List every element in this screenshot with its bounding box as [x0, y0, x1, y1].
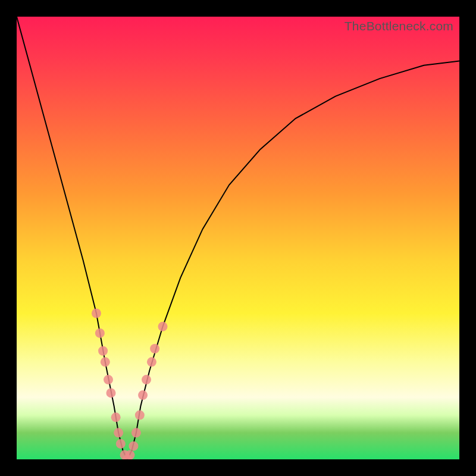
bottleneck-curve [17, 17, 459, 459]
marker-point [147, 357, 156, 367]
marker-point [92, 308, 101, 318]
marker-point [101, 357, 110, 367]
marker-point [129, 441, 138, 451]
marker-point [131, 428, 141, 437]
marker-point [142, 375, 151, 384]
marker-point [158, 322, 168, 331]
marker-point [111, 412, 121, 422]
marker-point [138, 390, 148, 400]
chart-svg [17, 17, 459, 459]
marker-point [150, 344, 159, 353]
marker-point [98, 346, 108, 356]
marker-point [135, 411, 145, 420]
marker-point [95, 328, 105, 338]
plot-area: TheBottleneck.com [17, 17, 459, 459]
marker-point [116, 439, 126, 449]
marker-group [92, 308, 168, 459]
marker-point [114, 428, 123, 437]
marker-point [125, 450, 134, 459]
outer-frame: TheBottleneck.com [0, 0, 476, 476]
marker-point [106, 388, 115, 397]
marker-point [104, 375, 113, 384]
